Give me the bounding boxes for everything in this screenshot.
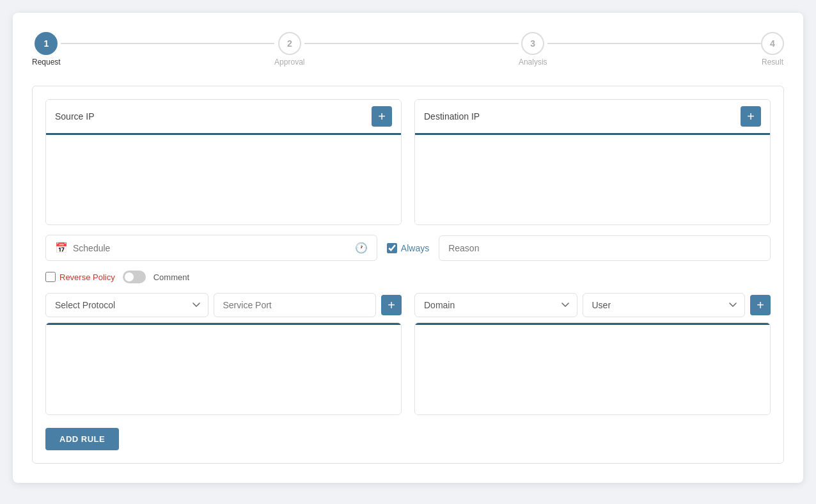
reverse-policy-label: Reverse Policy	[59, 272, 115, 282]
protocol-section-left: Select Protocol +	[45, 293, 402, 415]
always-group: Always	[387, 243, 429, 253]
source-ip-label: Source IP	[55, 111, 94, 122]
reason-input-wrapper	[439, 235, 771, 261]
domain-user-add-button[interactable]: +	[750, 295, 771, 315]
step-4-circle: 4	[761, 32, 784, 55]
destination-ip-header: Destination IP +	[415, 100, 770, 133]
user-select[interactable]: User	[583, 293, 746, 317]
step-line-3	[547, 43, 761, 44]
domain-user-inputs: Domain User +	[414, 293, 771, 317]
source-ip-header: Source IP +	[46, 100, 401, 133]
step-2-circle: 2	[278, 32, 301, 55]
protocol-list-body	[46, 325, 401, 414]
domain-select[interactable]: Domain	[414, 293, 577, 317]
destination-ip-panel: Destination IP +	[414, 99, 771, 225]
step-4: 4 Result	[761, 32, 784, 67]
calendar-icon: 📅	[55, 242, 68, 254]
options-row: Reverse Policy Comment	[45, 271, 771, 283]
schedule-input[interactable]	[73, 243, 350, 253]
domain-user-list-panel	[414, 322, 771, 415]
add-rule-button[interactable]: ADD RULE	[45, 428, 119, 450]
destination-ip-body	[415, 135, 770, 224]
step-3-circle: 3	[521, 32, 544, 55]
add-rule-row: ADD RULE	[45, 428, 771, 450]
step-3-label: Analysis	[519, 58, 547, 67]
page-container: 1 Request 2 Approval 3 Analysis 4 Result…	[13, 13, 803, 483]
comment-toggle[interactable]	[123, 271, 146, 283]
reason-input[interactable]	[448, 243, 761, 253]
ip-row: Source IP + Destination IP +	[45, 99, 771, 225]
destination-ip-label: Destination IP	[424, 111, 480, 122]
clock-icon: 🕐	[355, 242, 368, 254]
service-port-input[interactable]	[214, 293, 377, 317]
domain-user-list-body	[415, 325, 770, 414]
protocol-service-row: Select Protocol + Domain User	[45, 293, 771, 415]
step-1-label: Request	[32, 58, 61, 67]
protocol-select[interactable]: Select Protocol	[45, 293, 208, 317]
reverse-policy-group: Reverse Policy	[45, 272, 115, 282]
stepper: 1 Request 2 Approval 3 Analysis 4 Result	[32, 32, 784, 67]
source-ip-add-button[interactable]: +	[372, 106, 392, 127]
always-label[interactable]: Always	[401, 243, 429, 253]
protocol-inputs: Select Protocol +	[45, 293, 402, 317]
schedule-row: 📅 🕐 Always	[45, 235, 771, 261]
always-checkbox[interactable]	[387, 243, 397, 253]
comment-label: Comment	[153, 272, 189, 282]
step-3: 3 Analysis	[519, 32, 547, 67]
protocol-list-panel	[45, 322, 402, 415]
step-1: 1 Request	[32, 32, 61, 67]
step-line-1	[61, 43, 274, 44]
step-1-circle: 1	[35, 32, 58, 55]
domain-user-section: Domain User +	[414, 293, 771, 415]
source-ip-panel: Source IP +	[45, 99, 402, 225]
step-2-label: Approval	[274, 58, 304, 67]
destination-ip-add-button[interactable]: +	[741, 106, 761, 127]
schedule-input-wrapper: 📅 🕐	[45, 235, 377, 261]
toggle-slider	[123, 271, 146, 283]
reverse-policy-checkbox[interactable]	[45, 272, 56, 282]
form-card: Source IP + Destination IP + 📅	[32, 86, 784, 464]
source-ip-body	[46, 135, 401, 224]
step-4-label: Result	[762, 58, 783, 67]
step-line-2	[304, 43, 518, 44]
step-2: 2 Approval	[274, 32, 304, 67]
protocol-add-button[interactable]: +	[381, 295, 402, 315]
